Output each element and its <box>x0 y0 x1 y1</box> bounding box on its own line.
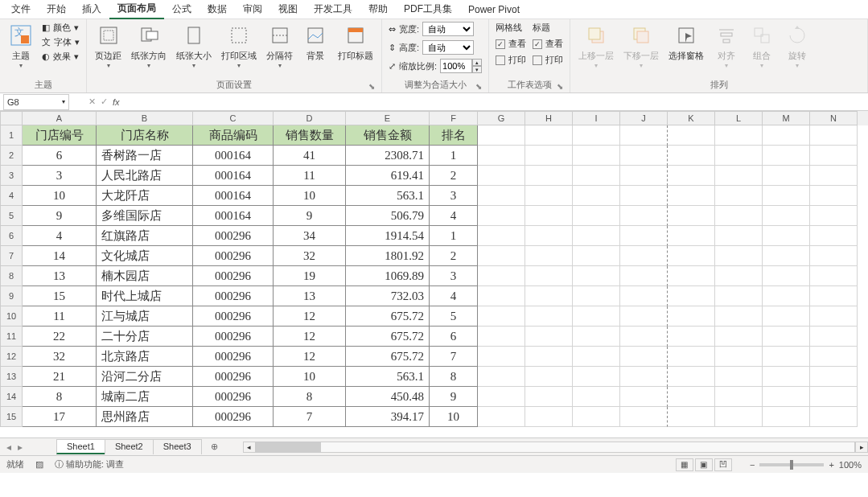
cell[interactable]: 675.72 <box>346 306 430 327</box>
cell[interactable]: 732.03 <box>346 286 430 306</box>
menu-tab-4[interactable]: 公式 <box>164 0 200 18</box>
scroll-thumb[interactable] <box>257 442 321 452</box>
row-header-4[interactable]: 4 <box>0 186 23 206</box>
cell[interactable]: 563.1 <box>346 186 430 206</box>
print-titles-button[interactable]: 打印标题 <box>335 21 376 64</box>
cell[interactable] <box>668 166 715 186</box>
cell[interactable] <box>620 407 668 427</box>
column-header-C[interactable]: C <box>193 111 274 125</box>
cell[interactable] <box>525 387 573 407</box>
row-header-1[interactable]: 1 <box>0 125 23 146</box>
cell[interactable] <box>715 266 763 286</box>
cell[interactable] <box>763 347 810 367</box>
cell[interactable]: 13 <box>274 286 346 306</box>
column-header-I[interactable]: I <box>573 111 620 125</box>
cell[interactable] <box>668 266 715 286</box>
cell[interactable] <box>573 387 620 407</box>
cell[interactable] <box>668 186 715 206</box>
cell[interactable]: 000164 <box>193 206 274 226</box>
cell[interactable] <box>810 387 858 407</box>
cell[interactable]: 2 <box>430 166 478 186</box>
cell[interactable] <box>525 266 573 286</box>
cell[interactable] <box>525 146 573 166</box>
cell[interactable]: 香树路一店 <box>97 146 193 166</box>
cell[interactable] <box>763 246 810 266</box>
cell[interactable] <box>810 146 858 166</box>
cell[interactable]: 3 <box>430 186 478 206</box>
cell[interactable] <box>810 286 858 306</box>
sheet-tab-Sheet2[interactable]: Sheet2 <box>105 439 154 454</box>
column-header-G[interactable]: G <box>478 111 525 125</box>
cell[interactable] <box>715 226 763 246</box>
headings-print-check[interactable]: 打印 <box>531 53 565 67</box>
select-all[interactable] <box>0 111 23 125</box>
cell[interactable]: 2 <box>430 246 478 266</box>
cell[interactable] <box>715 407 763 427</box>
cell[interactable] <box>478 286 525 306</box>
cell[interactable]: 8 <box>274 387 346 407</box>
row-header-7[interactable]: 7 <box>0 246 23 266</box>
cell[interactable] <box>810 226 858 246</box>
cell[interactable] <box>573 166 620 186</box>
scale-input[interactable] <box>440 59 472 73</box>
macro-icon[interactable]: ▨ <box>35 459 43 470</box>
cell[interactable]: 10 <box>23 186 97 206</box>
cell[interactable] <box>620 286 668 306</box>
cell[interactable]: 000296 <box>193 246 274 266</box>
cell[interactable]: 大龙阡店 <box>97 186 193 206</box>
cell[interactable]: 000296 <box>193 226 274 246</box>
cell[interactable]: 7 <box>430 347 478 367</box>
cell[interactable]: 000296 <box>193 306 274 327</box>
view-page-layout[interactable]: ▣ <box>695 458 713 471</box>
sheet-tab-Sheet1[interactable]: Sheet1 <box>56 439 105 454</box>
cell[interactable] <box>763 407 810 427</box>
row-header-14[interactable]: 14 <box>0 387 23 407</box>
cell[interactable] <box>620 367 668 387</box>
cell[interactable]: 000164 <box>193 186 274 206</box>
cell[interactable] <box>715 125 763 146</box>
menu-tab-6[interactable]: 审阅 <box>235 0 270 18</box>
cell[interactable]: 10 <box>274 367 346 387</box>
cell[interactable]: 11 <box>23 306 97 327</box>
cell[interactable] <box>620 166 668 186</box>
row-header-6[interactable]: 6 <box>0 226 23 246</box>
cell[interactable] <box>715 186 763 206</box>
cell[interactable] <box>715 206 763 226</box>
cell[interactable] <box>810 367 858 387</box>
cell[interactable] <box>810 125 858 146</box>
cell[interactable] <box>573 125 620 146</box>
cell[interactable]: 12 <box>274 306 346 327</box>
column-header-H[interactable]: H <box>525 111 573 125</box>
cell[interactable]: 销售金额 <box>346 125 430 146</box>
column-header-L[interactable]: L <box>715 111 763 125</box>
cell[interactable]: 000296 <box>193 347 274 367</box>
row-header-10[interactable]: 10 <box>0 306 23 327</box>
cell[interactable] <box>763 125 810 146</box>
accept-formula-icon[interactable]: ✓ <box>101 97 108 107</box>
cell[interactable] <box>620 246 668 266</box>
cell[interactable] <box>715 146 763 166</box>
scroll-right[interactable]: ▸ <box>855 442 868 453</box>
cell[interactable] <box>525 347 573 367</box>
cell[interactable]: 江与城店 <box>97 306 193 327</box>
column-header-M[interactable]: M <box>763 111 810 125</box>
size-button[interactable]: 纸张大小▾ <box>173 21 215 71</box>
menu-tab-2[interactable]: 插入 <box>74 0 109 18</box>
cell[interactable]: 000296 <box>193 387 274 407</box>
cell[interactable]: 7 <box>274 407 346 427</box>
cell[interactable]: 5 <box>430 306 478 327</box>
sheet-nav[interactable]: ◂▸ <box>0 442 56 453</box>
name-box[interactable]: G8▾ <box>3 94 69 110</box>
cell[interactable]: 000296 <box>193 286 274 306</box>
row-header-2[interactable]: 2 <box>0 146 23 166</box>
cell[interactable] <box>620 387 668 407</box>
column-header-A[interactable]: A <box>23 111 97 125</box>
margins-button[interactable]: 页边距▾ <box>92 21 125 71</box>
cell[interactable]: 10 <box>274 186 346 206</box>
cell[interactable]: 000296 <box>193 266 274 286</box>
cell[interactable] <box>810 246 858 266</box>
cell[interactable]: 9 <box>23 206 97 226</box>
view-normal[interactable]: ▦ <box>676 458 693 471</box>
cell[interactable] <box>668 347 715 367</box>
cell[interactable]: 21 <box>23 367 97 387</box>
